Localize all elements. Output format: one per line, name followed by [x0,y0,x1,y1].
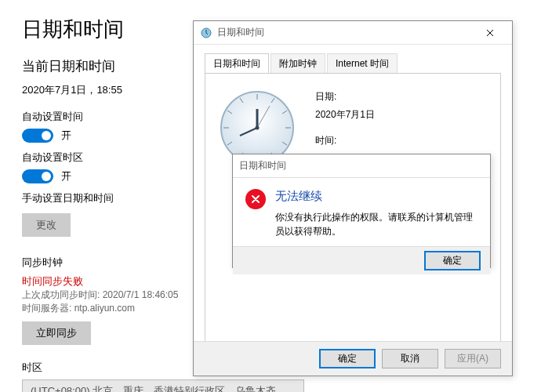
change-datetime-button[interactable]: 更改 [22,213,71,237]
timezone-dropdown[interactable]: (UTC+08:00) 北京，重庆，香港特别行政区，乌鲁木齐 [22,379,304,392]
time-label: 时间: [315,132,375,150]
svg-point-17 [256,126,260,130]
apply-button[interactable]: 应用(A) [445,349,501,368]
dialog-title: 日期和时间 [217,26,264,39]
timezone-value: (UTC+08:00) 北京，重庆，香港特别行政区，乌鲁木齐 [31,384,276,392]
auto-time-toggle-state: 开 [61,129,71,143]
auto-tz-toggle-state: 开 [61,169,71,183]
error-heading: 无法继续 [275,189,477,204]
error-message: 你没有执行此操作的权限。请联系的计算机管理员以获得帮助。 [275,210,477,238]
error-dialog: 日期和时间 无法继续 你没有执行此操作的权限。请联系的计算机管理员以获得帮助。 … [232,154,491,268]
chevron-down-icon [286,385,296,392]
sync-now-button[interactable]: 立即同步 [22,321,91,345]
date-label: 日期: [315,88,375,106]
clock-icon [200,27,212,39]
date-value: 2020年7月1日 [315,106,375,124]
error-icon [245,189,266,209]
cancel-button[interactable]: 取消 [382,349,438,368]
ok-button[interactable]: 确定 [319,349,376,368]
tab-strip: 日期和时间 附加时钟 Internet 时间 [194,45,512,73]
error-ok-button[interactable]: 确定 [424,251,481,270]
auto-tz-toggle[interactable] [22,169,53,183]
tab-datetime[interactable]: 日期和时间 [205,53,269,74]
error-dialog-title: 日期和时间 [239,159,286,172]
close-button[interactable] [474,22,506,44]
tab-internet-time[interactable]: Internet 时间 [327,53,398,74]
auto-time-toggle[interactable] [22,129,53,143]
tab-additional-clocks[interactable]: 附加时钟 [270,53,325,74]
dialog-button-bar: 确定 取消 应用(A) [194,341,512,376]
dialog-titlebar: 日期和时间 [194,21,512,45]
